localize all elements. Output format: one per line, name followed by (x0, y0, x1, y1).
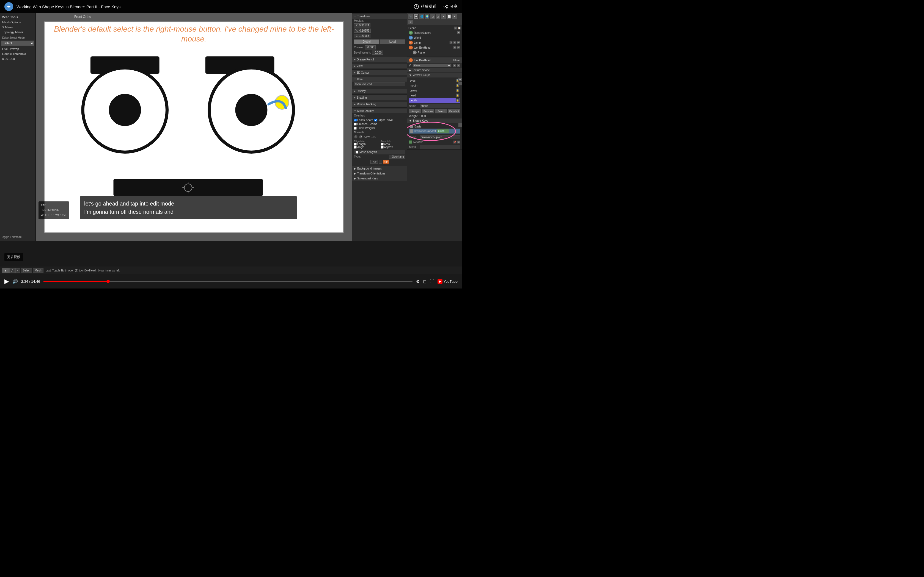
mesh-display-header[interactable]: ▼ Mesh Display (352, 108, 407, 113)
relative-checkbox[interactable] (409, 140, 412, 144)
transform-orient-header[interactable]: ▶ Transform Orientations (352, 171, 407, 176)
shape-keys-header[interactable]: ▼ Shape Keys (407, 118, 462, 123)
progress-bar[interactable] (44, 281, 412, 282)
lamp-render-icon[interactable]: 📸 (457, 41, 460, 44)
material-icon[interactable]: ● (441, 14, 446, 19)
mesh-options-item[interactable]: Mesh Options (1, 20, 34, 25)
motion-tracking-header[interactable]: ▶ Motion Tracking (352, 102, 407, 106)
face-mode-btn[interactable]: ▪ (15, 268, 20, 273)
renderlayers-item[interactable]: R RenderLayers 👁 (409, 30, 461, 35)
mesh-icon[interactable]: △ (436, 14, 441, 19)
vg-add-button[interactable]: + (458, 77, 462, 81)
sk-name-input[interactable] (420, 135, 460, 139)
vg-head-lock[interactable]: 🔒 (456, 93, 460, 97)
texture-icon[interactable]: ⬜ (447, 14, 452, 19)
length-checkbox[interactable] (354, 143, 357, 146)
approx-checkbox[interactable] (381, 146, 384, 149)
theater-button[interactable]: ◻ (423, 279, 426, 284)
texture-space-header[interactable]: ▶ Texture Space (407, 68, 462, 73)
faces-toggle[interactable]: Faces (354, 118, 365, 121)
obj-data-new[interactable]: + (453, 64, 456, 67)
obj-data-select[interactable]: Plane (412, 63, 452, 67)
lamp-item[interactable]: L Lamp ✕ 👁 📸 (409, 40, 461, 45)
center-viewport[interactable]: Front Ortho Blender's default select is … (36, 13, 352, 241)
show-weights-checkbox[interactable] (354, 127, 357, 130)
remove-button[interactable]: Remove (422, 109, 434, 113)
watch-later-button[interactable]: 稍后观看 (414, 4, 436, 9)
world-item[interactable]: W World (409, 35, 461, 40)
angle-minus[interactable]: - 43° (370, 160, 378, 164)
faces-checkbox[interactable] (354, 119, 357, 121)
physics-icon[interactable]: ⚙ (408, 19, 413, 24)
tbh-vis-icon[interactable]: 👁 (453, 46, 457, 49)
screencast-header[interactable]: ▶ Screencast Keys (352, 176, 407, 181)
threshold-value-item[interactable]: 0.001000 (1, 56, 34, 61)
assign-button[interactable]: Assign (409, 109, 421, 113)
mesh-btn[interactable]: Mesh (33, 268, 43, 273)
item-header[interactable]: ▼ Item (352, 77, 407, 82)
cursor-header[interactable]: ▶ 3D Cursor (352, 70, 407, 75)
live-unwrap-item[interactable]: Live Unwrap (1, 47, 34, 52)
edge-mode-btn[interactable]: ╱ (9, 268, 15, 273)
bevel-toggle[interactable]: Bevel (386, 118, 393, 121)
toonboxhead-item[interactable]: T toonBoxHead 👁 📸 (409, 45, 461, 50)
angle-checkbox[interactable] (354, 146, 357, 149)
deselect-button[interactable]: Deselect (448, 109, 460, 113)
vg-brows-lock[interactable]: 🔒 (456, 89, 460, 92)
bg-images-header[interactable]: ▶ Background Images (352, 166, 407, 171)
vg-eyes[interactable]: eyes 🔒 (409, 78, 460, 83)
rel-x-icon[interactable]: ✕ (457, 140, 460, 144)
sk-value-input[interactable] (437, 129, 449, 133)
obj-data-x[interactable]: ✕ (457, 64, 460, 67)
fullscreen-button[interactable]: ⛶ (430, 279, 434, 284)
sharp-toggle[interactable]: Sharp (366, 118, 373, 121)
seams-toggle[interactable]: Seams (368, 122, 377, 126)
transform-header[interactable]: ▼ Transform (352, 14, 407, 19)
sk-brow-item[interactable]: brow-inner-up-left (409, 129, 460, 134)
view-header[interactable]: ▶ View (352, 64, 407, 68)
vg-remove-button[interactable]: - (458, 82, 462, 85)
world-icon[interactable]: 🌍 (425, 14, 430, 19)
more-videos-button[interactable]: 更多视频 (5, 253, 23, 261)
tbh-render-icon[interactable]: 📸 (457, 46, 460, 49)
global-button[interactable]: Global (354, 39, 380, 44)
scene-icon[interactable]: 🌐 (419, 14, 424, 19)
lamp-restrict-icon[interactable]: ✕ (449, 41, 453, 44)
display-header[interactable]: ▶ Display (352, 89, 407, 93)
rel-pin-icon[interactable]: 📌 (453, 140, 457, 144)
renderlayers-vis-icon[interactable]: 👁 (457, 31, 460, 34)
plane-item[interactable]: P Plane (409, 50, 461, 55)
select-dropdown[interactable]: Select (1, 40, 34, 46)
sk-add-button[interactable]: + (458, 123, 462, 127)
vertex-groups-header[interactable]: ▼ Vertex Groups (407, 73, 462, 77)
area-checkbox[interactable] (381, 143, 384, 146)
particle-icon[interactable]: ✦ (452, 14, 457, 19)
select-btn[interactable]: Select (21, 268, 32, 273)
select-vg-button[interactable]: Select (435, 109, 447, 113)
blend-input[interactable] (420, 145, 460, 149)
vg-brows[interactable]: brows 🔒 (409, 88, 460, 93)
vg-pupils[interactable]: pupils 🔒 (409, 98, 460, 103)
x-mirror-item[interactable]: X Mirror (1, 25, 34, 30)
local-button[interactable]: Local (380, 39, 405, 44)
sk-basis-item[interactable]: Basis (409, 124, 460, 129)
edges-toggle[interactable]: Edges (374, 118, 385, 121)
grease-pencil-header[interactable]: ▶ Grease Pencil (352, 57, 407, 62)
mesh-analysis-header[interactable]: Mesh Analysis (354, 150, 405, 155)
creases-toggle[interactable]: Creases (354, 122, 367, 126)
copy-scene-icon[interactable]: 📋 (457, 26, 461, 30)
render-icon[interactable]: 🔲 (414, 14, 418, 19)
mesh-analysis-checkbox[interactable] (355, 151, 358, 153)
vg-pupils-lock[interactable]: 🔒 (456, 98, 460, 102)
double-threshold-item[interactable]: Double Threshold (1, 52, 34, 56)
object-icon[interactable]: ◻ (430, 14, 435, 19)
volume-button[interactable]: 🔊 (12, 279, 18, 284)
new-scene-icon[interactable]: + (454, 26, 457, 30)
creases-checkbox[interactable] (354, 123, 357, 126)
name-input[interactable] (420, 104, 460, 108)
camera-icon[interactable]: 📷 (408, 14, 413, 19)
shading-header[interactable]: ▶ Shading (352, 95, 407, 100)
vg-head[interactable]: head 🔒 (409, 93, 460, 98)
edges-checkbox[interactable] (374, 119, 377, 121)
settings-button[interactable]: ⚙ (416, 279, 420, 284)
